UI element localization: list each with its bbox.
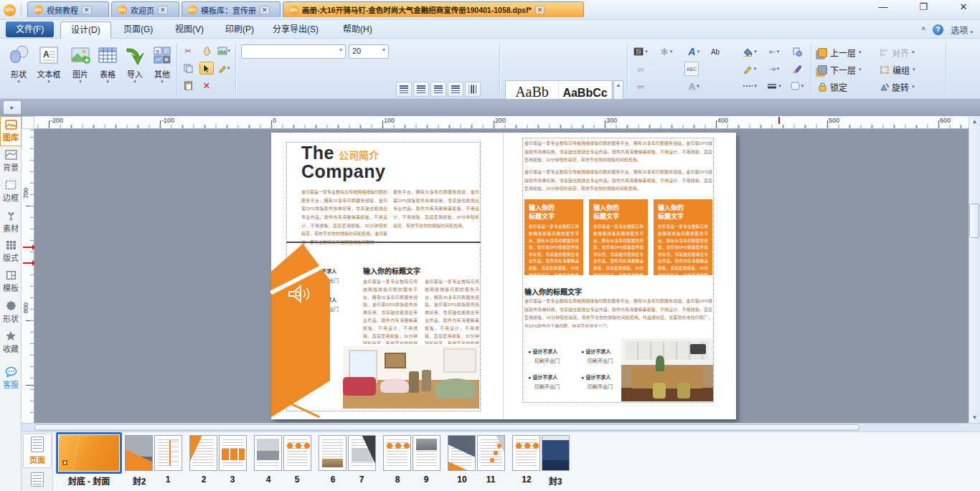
text-wrap-button[interactable]: ▾ [631,44,650,59]
text-shadow-button[interactable]: A▾ [684,79,703,93]
orange-feature-box[interactable]: 输入你的标题文字 金印客是一家专业数码与传统网络排版印刷的服务平台，拥有30多年… [524,199,583,275]
page-thumbnail[interactable] [383,435,411,471]
menu-tab-help[interactable]: 帮助(H) [333,22,382,39]
format-brush-button[interactable] [788,62,806,76]
left-page-intro-column-1[interactable]: 金印客是一家专业数码与传统网络排版印刷的服务平台，拥有30多年印刷服务经验，金印… [301,189,387,247]
page-thumbnail[interactable] [477,435,505,471]
line-weight-button[interactable]: ▾ [765,79,783,93]
sidebar-item-background[interactable]: 背景 [0,146,22,176]
bullet-item[interactable]: ● 设计不求人印刷不出门 [581,348,613,366]
menu-tab-page[interactable]: 页面(G) [113,22,163,39]
right-section-heading[interactable]: 输入你的标题文字 [524,286,582,297]
horizontal-ruler[interactable]: -200 -100 0 100 200 300 400 500 600 [34,116,969,129]
minimize-button[interactable]: — [872,1,894,12]
doc-tab-active-brochure[interactable]: DPS 画册-大16开骑马钉-金色时尚大气金融招商宣传册190401-1058.… [283,1,584,17]
vertical-scrollbar-thumb[interactable] [969,204,979,238]
font-size-combobox[interactable]: 20▾ [349,44,389,59]
font-name-combobox[interactable]: ▾ [241,44,346,59]
image-tool-button[interactable]: ▾ [217,44,231,57]
scroll-up-icon[interactable]: ▲ [972,118,978,125]
vertical-text-button[interactable] [465,82,481,97]
sidebar-item-gallery[interactable]: 图库 [0,116,22,146]
master-pages-mode-button[interactable] [24,472,50,491]
indent-increase-button[interactable]: ⇥▾ [765,62,783,76]
sidebar-item-border[interactable]: 边框 [0,176,22,206]
sidebar-item-template[interactable]: 模板 [0,267,22,297]
align-objects-button[interactable]: 对齐▾ [880,44,915,60]
options-button[interactable]: 选项 ▾ [951,24,973,36]
close-tab-icon[interactable]: ✕ [158,6,168,14]
horizontal-scrollbar-thumb[interactable] [34,424,859,431]
help-icon[interactable]: ? [933,24,943,35]
page-thumbnail-cover[interactable] [59,435,119,471]
import-button[interactable]: 导入▾ [121,43,149,95]
close-tab-icon[interactable]: ✕ [535,6,545,14]
sidebar-item-shapes[interactable]: 形状 [0,297,22,327]
doc-tab-welcome[interactable]: DPS 欢迎页 ✕ [111,1,179,17]
align-center-button[interactable] [413,82,429,97]
paste-button[interactable] [181,79,195,92]
insert-table-button[interactable]: 表格▾ [93,43,122,95]
cut-button[interactable]: ✂ [181,44,195,57]
rotate-button[interactable]: 旋转▾ [880,79,915,95]
page-thumbnail[interactable] [125,435,153,471]
page-thumbnail[interactable] [319,435,347,471]
insert-image-button[interactable]: 图片▾ [66,43,95,95]
sidebar-item-assets[interactable]: 素材 [0,206,22,237]
page-thumbnail[interactable] [219,435,247,471]
align-justify-button[interactable] [448,82,463,97]
menu-tab-share-export[interactable]: 分享导出(S) [263,22,329,39]
close-tab-icon[interactable]: ✕ [260,6,270,14]
close-button[interactable]: ✕ [953,1,974,12]
scroll-up-icon[interactable]: ▲ [616,82,621,87]
outline-color-button[interactable]: ▾ [740,62,759,76]
page-thumbnail[interactable] [189,435,217,471]
format-painter-doc-button[interactable] [788,44,806,59]
page-thumbnail[interactable] [348,435,376,471]
delete-button[interactable]: ✕ [199,79,214,92]
page-spread[interactable]: The公司简介 Company 金印客是一家专业数码与传统网络排版印刷的服务平台… [271,133,736,419]
menu-tab-design[interactable]: 设计(D) [60,22,111,39]
sidebar-item-support[interactable]: 客服 [0,363,22,393]
copy-button[interactable] [181,62,195,75]
bullet-item[interactable]: ● 设计不求人印刷不出门 [528,373,560,391]
send-backward-button[interactable]: 下一层▾ [818,62,862,77]
right-page-paragraph-1[interactable]: 金印客是一家专业数码与传统网络排版印刷的服务平台，拥有30多年印刷服务经验。金印… [524,140,712,166]
hyperlink-button[interactable]: ∞ [631,62,650,76]
left-section-column-1[interactable]: 金印客是一家专业数码与传统网络排版印刷的服务平台，拥有30多年印刷服务经验，金印… [363,278,418,344]
insert-other-button[interactable]: 5 其他▾ [148,43,176,95]
remove-link-button[interactable]: ∞ [631,79,650,93]
right-section-paragraph[interactable]: 金印客是一家专业数码与传统网络排版印刷的服务平台，拥有30多年印刷服务经验。金印… [524,297,712,328]
align-right-button[interactable] [430,82,446,97]
lock-button[interactable]: 锁定 [818,79,847,95]
vertical-scrollbar[interactable]: ▲ ▼ [969,116,980,423]
sidebar-item-favorites[interactable]: 收藏 [0,327,22,357]
left-section-column-2[interactable]: 金印客是一家专业数码与传统网络排版印刷的服务平台，拥有30多年印刷服务经验，金印… [425,278,479,344]
page-thumbnail[interactable] [512,435,540,471]
doc-tab-template-library[interactable]: DPS 模板库：宣传册 ✕ [182,1,281,17]
orange-feature-box[interactable]: 输入你的标题文字 金印客是一家专业数码与传统网络排版印刷的服务平台，拥有30多年… [589,199,648,275]
guide-marker[interactable] [23,262,32,264]
scroll-down-icon[interactable]: ▼ [972,414,978,421]
line-style-button[interactable]: ▾ [740,79,759,93]
text-direction-button[interactable]: Ab [706,44,725,59]
sidebar-item-layout[interactable]: 版式 [0,237,22,267]
kitchen-photo[interactable] [621,338,713,401]
select-tool-button[interactable] [199,62,214,75]
left-page-title-block[interactable]: The公司简介 Company [301,143,481,181]
page-thumbnail[interactable] [542,435,570,471]
bullet-item[interactable]: ● 设计不求人印刷不出门 [581,373,613,391]
right-page-paragraph-2[interactable]: 金印客是一家专业数码与传统网络排版印刷的服务平台，拥有30多年印刷服务经验。金印… [524,168,712,194]
collapse-ribbon-icon[interactable]: ^ [921,25,925,35]
align-left-button[interactable] [396,82,412,97]
page-thumbnail[interactable] [283,435,311,471]
design-canvas[interactable]: The公司简介 Company 金印客是一家专业数码与传统网络排版印刷的服务平台… [34,129,969,423]
effects-options-button[interactable]: ✻▾ [657,44,676,59]
page-thumbnail[interactable] [254,435,282,471]
left-section-heading[interactable]: 输入你的标题文字 [363,265,420,276]
vertical-ruler[interactable]: 700 800 [22,129,34,423]
doc-tab-video-tutorial[interactable]: DPS 视频教程 ✕ [27,1,109,17]
close-tab-icon[interactable]: ✕ [82,6,92,14]
indent-decrease-button[interactable]: ⇤▾ [765,44,783,59]
left-page-intro-column-2[interactable]: 服务平台，拥有30多年印刷服务经验，金印客DPS排版软件简单好用，零基础也能排出… [393,189,479,232]
